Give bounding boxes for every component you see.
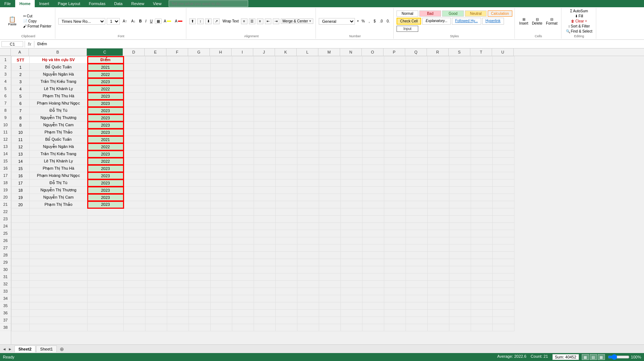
cell-O12[interactable] [363, 136, 384, 143]
cell-D12[interactable] [124, 136, 145, 143]
cell-S17[interactable] [449, 172, 471, 179]
cell-O11[interactable] [363, 129, 384, 136]
cell-F22[interactable] [167, 208, 189, 216]
cell-S5[interactable] [449, 85, 471, 93]
cell-A32[interactable] [12, 281, 30, 288]
cell-F25[interactable] [167, 230, 189, 237]
cell-I34[interactable] [232, 295, 254, 302]
cell-I9[interactable] [232, 114, 254, 122]
cell-D35[interactable] [124, 302, 145, 310]
cell-T33[interactable] [471, 288, 493, 295]
cell-C14[interactable]: 2023 [88, 150, 124, 158]
cell-L14[interactable] [297, 150, 319, 158]
cell-P25[interactable] [384, 230, 406, 237]
cell-I8[interactable] [232, 107, 254, 114]
cell-F38[interactable] [167, 324, 189, 331]
cell-M14[interactable] [319, 150, 341, 158]
cell-G22[interactable] [189, 208, 211, 216]
cell-F27[interactable] [167, 245, 189, 252]
cell-L15[interactable] [297, 158, 319, 165]
cell-B5[interactable]: Lê Thị Khánh Ly [30, 85, 88, 93]
cell-K33[interactable] [276, 288, 297, 295]
cell-T2[interactable] [471, 64, 493, 71]
cell-N35[interactable] [341, 302, 363, 310]
cell-K15[interactable] [276, 158, 297, 165]
cell-S6[interactable] [449, 93, 471, 100]
cell-Q32[interactable] [406, 281, 428, 288]
cell-T29[interactable] [471, 259, 493, 266]
col-header-D[interactable]: D [123, 48, 145, 56]
cell-D33[interactable] [124, 288, 145, 295]
cell-Q1[interactable] [406, 56, 428, 64]
cell-M25[interactable] [319, 230, 341, 237]
cell-P1[interactable] [384, 56, 406, 64]
cell-E32[interactable] [145, 281, 167, 288]
cell-A3[interactable]: 2 [12, 71, 30, 78]
cell-C36[interactable] [88, 310, 124, 317]
style-explanatory-button[interactable]: Explanatory... [422, 18, 450, 25]
cell-T25[interactable] [471, 230, 493, 237]
cell-L32[interactable] [297, 281, 319, 288]
cell-P27[interactable] [384, 245, 406, 252]
cell-K11[interactable] [276, 129, 297, 136]
cell-R22[interactable] [428, 208, 449, 216]
cell-D38[interactable] [124, 324, 145, 331]
cell-H23[interactable] [211, 216, 232, 223]
cell-T24[interactable] [471, 223, 493, 230]
wrap-text-button[interactable]: Wrap Text [221, 19, 240, 24]
cell-T8[interactable] [471, 107, 493, 114]
cell-C13[interactable]: 2022 [88, 143, 124, 150]
cell-S19[interactable] [449, 187, 471, 194]
cell-R16[interactable] [428, 165, 449, 172]
cell-O31[interactable] [363, 273, 384, 281]
cell-P5[interactable] [384, 85, 406, 93]
cell-N26[interactable] [341, 237, 363, 245]
cell-S23[interactable] [449, 216, 471, 223]
cell-C24[interactable] [88, 223, 124, 230]
cell-Q21[interactable] [406, 201, 428, 208]
tab-data[interactable]: Data [110, 0, 127, 7]
cell-F37[interactable] [167, 317, 189, 324]
cell-H14[interactable] [211, 150, 232, 158]
cell-Q24[interactable] [406, 223, 428, 230]
cell-A1[interactable]: STT [12, 56, 30, 64]
cell-K1[interactable] [276, 56, 297, 64]
cell-P23[interactable] [384, 216, 406, 223]
cell-U5[interactable] [493, 85, 514, 93]
format-painter-button[interactable]: 🖌 Format Painter [22, 24, 53, 29]
cell-M1[interactable] [319, 56, 341, 64]
cell-J1[interactable] [254, 56, 276, 64]
cell-T10[interactable] [471, 122, 493, 129]
row-header-19[interactable]: 19 [0, 186, 11, 194]
cell-E31[interactable] [145, 273, 167, 281]
cell-M21[interactable] [319, 201, 341, 208]
cell-O27[interactable] [363, 245, 384, 252]
cell-J34[interactable] [254, 295, 276, 302]
cell-F23[interactable] [167, 216, 189, 223]
cell-S14[interactable] [449, 150, 471, 158]
cell-A33[interactable] [12, 288, 30, 295]
cell-L16[interactable] [297, 165, 319, 172]
cell-A7[interactable]: 6 [12, 100, 30, 107]
cell-E10[interactable] [145, 122, 167, 129]
cell-D11[interactable] [124, 129, 145, 136]
cell-I16[interactable] [232, 165, 254, 172]
cell-U7[interactable] [493, 100, 514, 107]
cell-G1[interactable] [189, 56, 211, 64]
font-color-button[interactable]: A [173, 19, 184, 24]
cell-P2[interactable] [384, 64, 406, 71]
cell-H27[interactable] [211, 245, 232, 252]
cell-J29[interactable] [254, 259, 276, 266]
cell-Q31[interactable] [406, 273, 428, 281]
cell-Q36[interactable] [406, 310, 428, 317]
cell-M15[interactable] [319, 158, 341, 165]
cell-H28[interactable] [211, 252, 232, 259]
cell-I1[interactable] [232, 56, 254, 64]
cell-M13[interactable] [319, 143, 341, 150]
cell-L26[interactable] [297, 237, 319, 245]
cell-Q34[interactable] [406, 295, 428, 302]
text-direction-button[interactable]: ↗ [213, 18, 220, 24]
row-header-35[interactable]: 35 [0, 302, 11, 309]
cell-M3[interactable] [319, 71, 341, 78]
cell-L35[interactable] [297, 302, 319, 310]
